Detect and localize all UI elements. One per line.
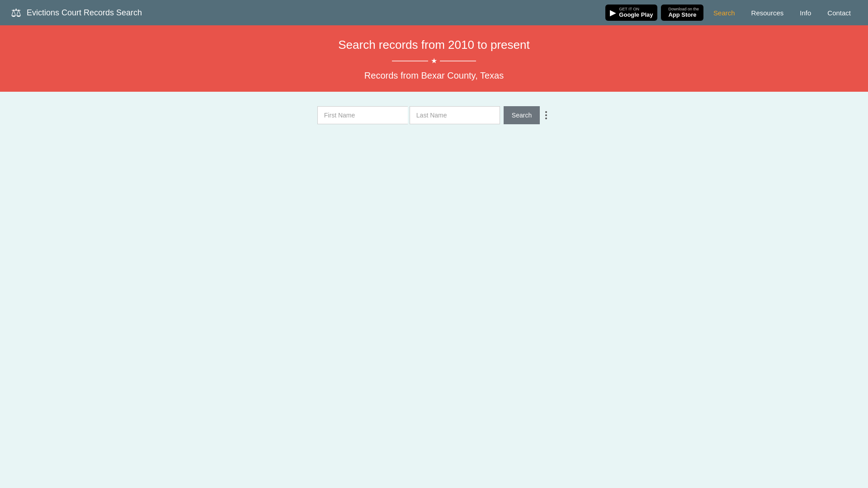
scales-icon: ⚖ <box>11 6 21 20</box>
hero-banner: Search records from 2010 to present ★ Re… <box>0 25 868 92</box>
google-play-text: GET IT ON Google Play <box>619 7 653 18</box>
navbar-right: ▶ GET IT ON Google Play Download on the … <box>605 5 857 21</box>
google-play-icon: ▶ <box>610 8 616 18</box>
divider-line-right <box>440 61 476 61</box>
nav-link-info[interactable]: Info <box>793 9 817 17</box>
vertical-dots-icon <box>545 111 547 119</box>
brand-title: Evictions Court Records Search <box>27 8 142 18</box>
brand-link[interactable]: ⚖ Evictions Court Records Search <box>11 6 605 20</box>
star-icon: ★ <box>431 56 437 65</box>
search-area: Search <box>0 92 868 139</box>
navbar: ⚖ Evictions Court Records Search ▶ GET I… <box>0 0 868 25</box>
more-options-button[interactable] <box>542 106 551 124</box>
search-button[interactable]: Search <box>504 106 540 124</box>
app-store-badge[interactable]: Download on the App Store <box>661 5 703 21</box>
hero-divider: ★ <box>9 56 859 65</box>
app-store-text: Download on the App Store <box>668 7 699 18</box>
nav-link-contact[interactable]: Contact <box>821 9 857 17</box>
first-name-input[interactable] <box>317 106 408 124</box>
divider-line-left <box>392 61 428 61</box>
nav-link-search[interactable]: Search <box>707 9 741 17</box>
hero-title: Search records from 2010 to present <box>9 38 859 52</box>
hero-subtitle: Records from Bexar County, Texas <box>9 70 859 81</box>
search-form: Search <box>317 106 551 124</box>
last-name-input[interactable] <box>410 106 500 124</box>
google-play-badge[interactable]: ▶ GET IT ON Google Play <box>605 5 657 21</box>
nav-link-resources[interactable]: Resources <box>745 9 790 17</box>
